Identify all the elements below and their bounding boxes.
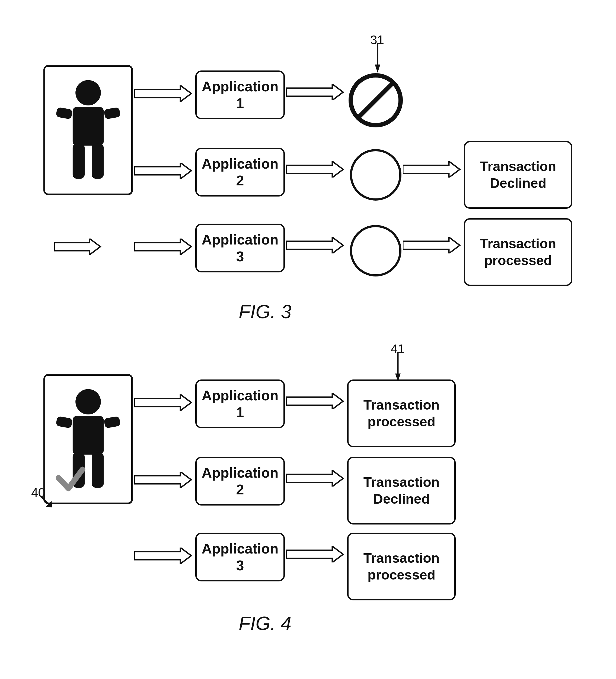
fig3-app2-num: 2 (236, 172, 244, 189)
fig3-circle2 (350, 225, 401, 277)
fig3-arrow-to-app2 (134, 163, 194, 179)
fig4-app1-num: 1 (236, 404, 244, 421)
fig3-declined-line2: Declined (490, 175, 546, 192)
svg-marker-17 (375, 65, 380, 73)
page: Application 1 Application 2 Application … (0, 0, 616, 679)
svg-rect-5 (92, 143, 103, 179)
fig3-diagram: Application 1 Application 2 Application … (22, 16, 591, 287)
fig4-proc1-line1: Transaction (364, 396, 440, 414)
fig4-app2-label: Application (202, 464, 278, 481)
svg-marker-11 (286, 84, 343, 100)
svg-marker-10 (54, 238, 100, 255)
svg-point-0 (75, 80, 101, 105)
fig3-processed-line2: processed (484, 252, 552, 269)
svg-marker-30 (286, 470, 343, 487)
fig4-app3-box: Application 3 (195, 532, 285, 581)
fig4-app2-box: Application 2 (195, 457, 285, 506)
fig4-arrow-app2-to-decl (286, 470, 346, 487)
fig4-caption: FIG. 4 (239, 613, 291, 634)
fig4-arrow-to-app1 (134, 394, 194, 411)
fig4-app3-num: 3 (236, 557, 244, 574)
fig3-app3-num: 3 (236, 248, 244, 265)
fig4-arrow-app1-to-proc (286, 393, 346, 409)
svg-marker-13 (286, 237, 343, 253)
svg-marker-29 (286, 393, 343, 409)
fig3-app3-box: Application 3 (195, 224, 285, 272)
svg-rect-21 (103, 416, 121, 428)
svg-marker-7 (134, 86, 191, 102)
fig4-proc2-line2: processed (368, 567, 435, 584)
fig4-decl-line1: Transaction (364, 474, 440, 491)
fig4-arrow-to-app2 (134, 472, 194, 488)
fig3-app3-label: Application (202, 231, 278, 248)
fig4-app3-label: Application (202, 540, 278, 557)
fig4-declined-box: Transaction Declined (347, 457, 456, 524)
fig3-transaction-declined-box: Transaction Declined (464, 141, 572, 209)
svg-marker-8 (134, 163, 191, 179)
fig4-arrow40 (40, 495, 54, 509)
fig4-processed1-box: Transaction processed (347, 380, 456, 447)
fig4-person-icon (53, 386, 123, 492)
fig3-app2-label: Application (202, 155, 278, 172)
fig3-person-icon (53, 77, 123, 183)
fig4-decl-line2: Declined (373, 491, 430, 508)
svg-marker-14 (403, 161, 460, 177)
fig3-app1-label: Application (202, 78, 278, 95)
svg-marker-9 (134, 238, 191, 255)
svg-marker-26 (134, 394, 191, 411)
fig3-arrow-to-app3 (134, 238, 194, 255)
fig4-app1-box: Application 1 (195, 380, 285, 428)
svg-marker-12 (286, 161, 343, 177)
fig3-arrow-app3-to-circle2 (286, 237, 346, 253)
fig4-processed2-box: Transaction processed (347, 532, 456, 601)
fig3-person-box (43, 65, 133, 195)
fig3-arrow-app1-to-nosym (286, 84, 346, 100)
fig3-arrow-circle2-to-processed (403, 237, 462, 253)
fig3-caption: FIG. 3 (239, 301, 291, 323)
fig4-person-box (43, 374, 133, 504)
fig4-app2-num: 2 (236, 481, 244, 498)
fig3-small-arrow-app3 (54, 238, 103, 255)
svg-point-18 (75, 389, 101, 415)
svg-rect-23 (92, 452, 103, 488)
fig3-no-symbol (348, 73, 403, 127)
fig3-arrow-app2-to-circle1 (286, 161, 346, 177)
fig3-app1-box: Application 1 (195, 70, 285, 119)
fig3-arrow31-down (373, 43, 382, 73)
svg-marker-33 (395, 374, 401, 382)
fig4-app1-label: Application (202, 387, 278, 404)
fig3-transaction-processed-box: Transaction processed (464, 218, 572, 286)
fig3-declined-line1: Transaction (480, 158, 556, 175)
fig3-circle1 (350, 149, 401, 201)
fig3-arrow-circle1-to-declined (403, 161, 462, 177)
svg-marker-27 (134, 472, 191, 488)
fig4-arrow-to-app3 (134, 548, 194, 564)
fig3-processed-line1: Transaction (480, 235, 556, 252)
fig4-arrow-app3-to-proc2 (286, 546, 346, 562)
fig3-app1-num: 1 (236, 95, 244, 112)
fig3-app2-box: Application 2 (195, 148, 285, 196)
fig4-diagram: 40 Application 1 Application 2 (22, 325, 591, 650)
svg-rect-20 (56, 416, 73, 428)
svg-marker-31 (286, 546, 343, 562)
svg-marker-15 (403, 237, 460, 253)
fig4-proc2-line1: Transaction (364, 550, 440, 567)
svg-rect-2 (56, 107, 73, 120)
fig4-arrow41-down (394, 352, 402, 382)
svg-rect-1 (73, 107, 103, 146)
svg-rect-4 (73, 143, 85, 179)
fig4-proc1-line2: processed (368, 413, 435, 430)
fig3-arrow-to-app1 (134, 86, 194, 102)
svg-rect-19 (73, 416, 103, 455)
svg-marker-28 (134, 548, 191, 564)
svg-rect-3 (103, 107, 121, 120)
